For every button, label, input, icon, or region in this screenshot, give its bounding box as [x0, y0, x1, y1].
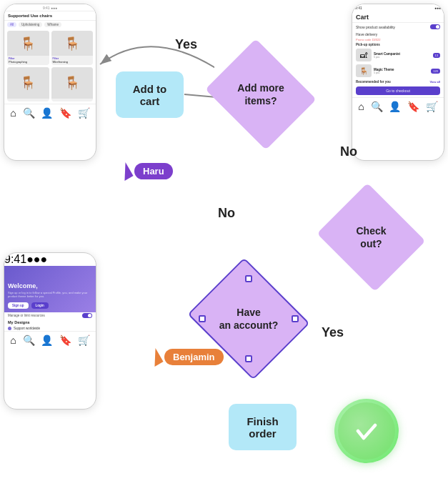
- chair-name: Wireframing: [53, 60, 92, 64]
- handle-right[interactable]: [292, 315, 299, 322]
- recommended-label: Recommended for you: [356, 80, 391, 84]
- chair-image: 🪑: [51, 31, 94, 56]
- add-more-diamond: Add moreitems?: [218, 59, 304, 130]
- pickup-label: Pick-up options: [352, 41, 444, 47]
- delivery-label: Have delivery: [356, 32, 377, 36]
- arrow-add-to-diamond: [184, 94, 214, 99]
- design-item: Support worldwide: [4, 326, 96, 331]
- toggle-row: Manage or limit resources: [4, 312, 96, 319]
- hero-section: Welcome, Sign up or log in to follow a s…: [4, 266, 96, 312]
- item-thumb: 🛋: [356, 49, 372, 61]
- bottom-nav: ⌂ 🔍 👤 🔖 🛒: [4, 104, 96, 122]
- phone-chairs: 9:41 ●●● Supported Use chairs All Uphols…: [4, 4, 96, 161]
- checkout-button[interactable]: Go to checkout: [356, 86, 440, 95]
- design-dot: [8, 327, 11, 330]
- no-mid-label: No: [218, 206, 235, 221]
- chair-name: Photographing: [9, 60, 48, 64]
- view-all[interactable]: View all: [429, 80, 440, 84]
- item-price: 120: [431, 69, 440, 74]
- cart-icon: 🛒: [78, 107, 90, 119]
- toggle-label: Manage or limit resources: [8, 314, 45, 317]
- bottom-nav: ⌂ 🔍 👤 🔖 🛒: [352, 97, 444, 115]
- cart-item-2: 🪑 Magic Theme 5 pcs 120: [352, 63, 444, 79]
- hero-buttons: Sign up Login: [8, 302, 92, 309]
- my-designs-label: My Designs: [4, 319, 96, 326]
- home-icon: ⌂: [10, 334, 16, 346]
- yes-right-label: Yes: [322, 325, 344, 340]
- signup-button[interactable]: Sign up: [8, 302, 29, 309]
- phone-status-bar: 9:41●●●: [352, 4, 444, 11]
- phone-cart: 9:41●●● Cart Show product availability H…: [352, 4, 444, 161]
- phone-welcome: 9:41●●● Welcome, Sign up or log in to fo…: [4, 252, 96, 410]
- chair-grid: 🪑 Filter Photographing 🪑 Filter Wirefram…: [4, 29, 96, 104]
- chair-item: 🪑: [7, 67, 49, 101]
- search-icon: 🔍: [371, 101, 383, 112]
- design-name: Support worldwide: [14, 327, 40, 330]
- profile-icon: 👤: [389, 101, 401, 112]
- chair-item: 🪑 Filter Photographing: [7, 31, 49, 65]
- haru-cursor: Haru: [120, 163, 173, 179]
- item-info: Magic Theme 5 pcs: [374, 68, 429, 74]
- benjamin-label: Benjamin: [164, 349, 224, 365]
- item-price: 13: [433, 53, 440, 58]
- home-icon: ⌂: [358, 101, 364, 112]
- availability-toggle[interactable]: [430, 24, 440, 29]
- checkout-diamond-shape: [317, 183, 425, 292]
- hero-title: Welcome,: [8, 282, 92, 289]
- add-to-cart-label: Add to cart: [121, 83, 178, 107]
- benjamin-cursor-pointer: [146, 348, 163, 367]
- chair-info: [51, 99, 94, 101]
- tab-all[interactable]: All: [7, 22, 16, 27]
- hero-subtitle: Sign up or log in to follow a special Pr…: [8, 291, 92, 299]
- availability-label: Show product availability: [356, 25, 395, 29]
- check-circle: [334, 399, 399, 463]
- profile-icon: 👤: [41, 334, 53, 346]
- item-info: Smart Campanist 5 pcs: [374, 52, 431, 59]
- phone-title: Supported Use chairs: [4, 11, 96, 21]
- tab-upholstering[interactable]: Upholstering: [19, 22, 42, 27]
- profile-icon: 👤: [41, 107, 53, 119]
- cart-icon: 🛒: [78, 334, 90, 346]
- checkmark-icon: [351, 415, 382, 447]
- phone-tabs: All Upholstering Wframe: [4, 21, 96, 29]
- chair-info: Filter Wireframing: [51, 56, 94, 65]
- bottom-nav: ⌂ 🔍 👤 🔖 🛒: [4, 331, 96, 349]
- checkout-diamond: Checkout?: [330, 202, 412, 273]
- chair-info: Filter Photographing: [7, 56, 49, 65]
- no-right-label: No: [340, 144, 357, 159]
- finish-order-label: Finishorder: [247, 415, 278, 440]
- bookmark-icon: 🔖: [407, 101, 419, 112]
- item-sub: 5 pcs: [374, 56, 431, 59]
- availability-row: Show product availability: [352, 23, 444, 31]
- benjamin-cursor: Benjamin: [150, 349, 224, 365]
- handle-left[interactable]: [199, 315, 206, 322]
- chair-image: 🪑: [7, 67, 49, 99]
- add-more-diamond-shape: [205, 39, 317, 150]
- phone-status-bar: 9:41 ●●●: [4, 4, 96, 11]
- tab-wireframing[interactable]: Wframe: [44, 22, 61, 27]
- cart-icon: 🛒: [426, 101, 438, 112]
- chair-item: 🪑: [51, 67, 94, 101]
- search-icon: 🔍: [23, 334, 35, 346]
- phone-status-bar: 9:41●●●: [4, 253, 96, 266]
- haru-label: Haru: [134, 163, 173, 179]
- login-button[interactable]: Login: [31, 302, 49, 309]
- item-thumb: 🪑: [356, 64, 372, 77]
- cart-title: Cart: [352, 11, 444, 23]
- have-account-diamond: Havean account?: [202, 279, 295, 359]
- chair-item: 🪑 Filter Wireframing: [51, 31, 94, 65]
- home-icon: ⌂: [10, 107, 16, 119]
- recommended-row: Recommended for you View all: [352, 79, 444, 84]
- haru-cursor-pointer: [116, 162, 133, 181]
- bookmark-icon: 🔖: [59, 334, 71, 346]
- handle-top[interactable]: [245, 275, 252, 282]
- chair-image: 🪑: [51, 67, 94, 99]
- add-to-cart-box: Add to cart: [116, 71, 184, 118]
- toggle[interactable]: [82, 313, 92, 318]
- item-sub: 5 pcs: [374, 71, 429, 74]
- handle-bottom[interactable]: [245, 355, 252, 362]
- cart-item-1: 🛋 Smart Campanist 5 pcs 13: [352, 47, 444, 63]
- delivery-row: Have delivery: [352, 31, 444, 38]
- search-icon: 🔍: [23, 107, 35, 119]
- finish-order-box: Finishorder: [229, 404, 297, 450]
